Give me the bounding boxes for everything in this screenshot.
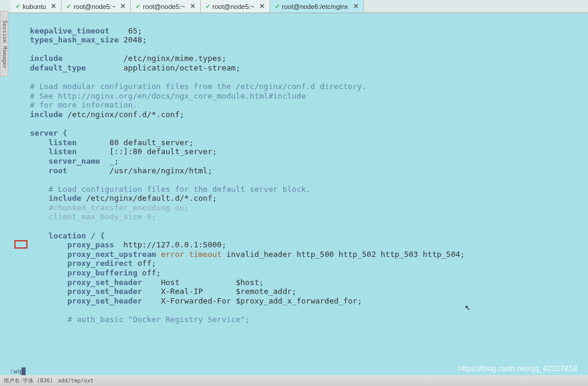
check-icon: ✔ xyxy=(275,3,280,10)
tab-label: root@node5:~ xyxy=(213,3,255,10)
taskbar-item: add/tmp/ext xyxy=(58,378,94,384)
taskbar[interactable]: 用户名·字体 (B36) add/tmp/ext xyxy=(0,375,588,386)
tab-kubuntu[interactable]: ✔ kubuntu ✕ xyxy=(11,0,62,13)
code-text: http://127.0.0.1:5000; xyxy=(124,240,226,249)
code-text: $host; xyxy=(235,278,264,287)
code-text: proxy_set_header xyxy=(68,296,142,305)
code-text: listen xyxy=(48,147,76,156)
check-icon: ✔ xyxy=(206,3,210,10)
vim-command: :wq xyxy=(10,367,22,375)
code-text: invalid_header http_500 http_502 http_50… xyxy=(226,250,465,259)
tab-bar: ✔ kubuntu ✕ ✔ root@node5:~ ✕ ✔ root@node… xyxy=(0,0,588,13)
close-icon[interactable]: ✕ xyxy=(353,2,359,10)
code-text: timeout xyxy=(189,250,222,259)
code-text: $proxy_add_x_forwarded_for; xyxy=(235,296,362,305)
code-text: keepalive_timeout xyxy=(30,26,109,35)
code-text: Host xyxy=(161,278,179,287)
code-text: default_type xyxy=(30,63,86,72)
code-text: 65; xyxy=(128,26,142,35)
code-text: server_name xyxy=(48,157,100,166)
highlight-box xyxy=(14,240,27,249)
tab-label: kubuntu xyxy=(23,3,46,10)
code-text: 80 default_server; xyxy=(109,138,194,147)
tab-node5-1[interactable]: ✔ root@node5:~ ✕ xyxy=(62,0,131,13)
code-text: [::]:80 default_server; xyxy=(109,147,217,156)
code-text: root xyxy=(48,166,67,175)
watermark-text: https://blog.csdn.net/qq_42227818 xyxy=(458,364,578,373)
code-text: listen xyxy=(48,138,76,147)
tab-label: root@node5:~ xyxy=(74,3,115,10)
code-text: application/octet-stream; xyxy=(124,63,241,72)
close-icon[interactable]: ✕ xyxy=(120,2,125,10)
code-text: include xyxy=(30,54,63,63)
code-text: X-Real-IP xyxy=(161,287,203,296)
close-icon[interactable]: ✕ xyxy=(51,2,56,10)
code-comment: # Load configuration files for the defau… xyxy=(48,185,310,194)
code-text: proxy_redirect xyxy=(68,259,133,268)
taskbar-item: 用户名·字体 (B36) xyxy=(4,377,53,385)
code-text: location / { xyxy=(48,231,105,240)
code-text: include xyxy=(48,194,81,203)
code-text: /usr/share/nginx/html; xyxy=(109,166,212,175)
tab-label: root@node5:~ xyxy=(143,3,185,10)
code-text: $remote_addr; xyxy=(235,287,296,296)
code-text: /etc/nginx/conf.d/*.conf; xyxy=(68,110,185,119)
code-text: /etc/nginx/default.d/*.conf; xyxy=(86,194,217,203)
code-text: off; xyxy=(137,259,156,268)
close-icon[interactable]: ✕ xyxy=(190,2,195,10)
tab-node6-nginx[interactable]: ✔ root@node6:/etc/nginx ✕ xyxy=(270,0,364,13)
code-comment: # auth_basic "Docker Registry Service"; xyxy=(68,315,250,324)
tab-node5-2[interactable]: ✔ root@node5:~ ✕ xyxy=(131,0,200,13)
tab-node5-3[interactable]: ✔ root@node5:~ ✕ xyxy=(201,0,270,13)
code-text: proxy_next_upstream xyxy=(68,250,157,259)
code-comment: # See http://nginx.org/en/docs/ngx_core_… xyxy=(30,91,306,100)
code-text: proxy_pass xyxy=(68,240,114,249)
code-text: X-Forwarded-For xyxy=(161,296,231,305)
check-icon: ✔ xyxy=(136,3,140,10)
code-text: 2048; xyxy=(124,35,147,44)
code-text: proxy_set_header xyxy=(68,278,142,287)
close-icon[interactable]: ✕ xyxy=(259,2,265,10)
code-text: types_hash_max_size xyxy=(30,35,119,44)
code-text: include xyxy=(30,110,63,119)
editor-area[interactable]: keepalive_timeout 65; types_hash_max_siz… xyxy=(0,13,588,330)
code-text: client_max_body_size 0; xyxy=(48,212,156,221)
check-icon: ✔ xyxy=(66,3,71,10)
check-icon: ✔ xyxy=(16,3,20,10)
code-text: /etc/nginx/mime.types; xyxy=(124,54,226,63)
code-text: _; xyxy=(109,157,119,166)
code-text: error xyxy=(161,250,184,259)
vim-status-line: :wq█ xyxy=(10,367,26,375)
code-text: proxy_buffering xyxy=(68,268,137,277)
code-text: off; xyxy=(142,268,161,277)
code-comment: # for more information. xyxy=(30,100,137,109)
code-text: proxy_set_header xyxy=(68,287,142,296)
code-comment: # Load modular configuration files from … xyxy=(30,82,367,91)
tab-label: root@node6:/etc/nginx xyxy=(282,3,348,10)
code-text: server { xyxy=(30,128,68,137)
code-comment: #chunked_transfer_encoding on; xyxy=(48,203,189,212)
